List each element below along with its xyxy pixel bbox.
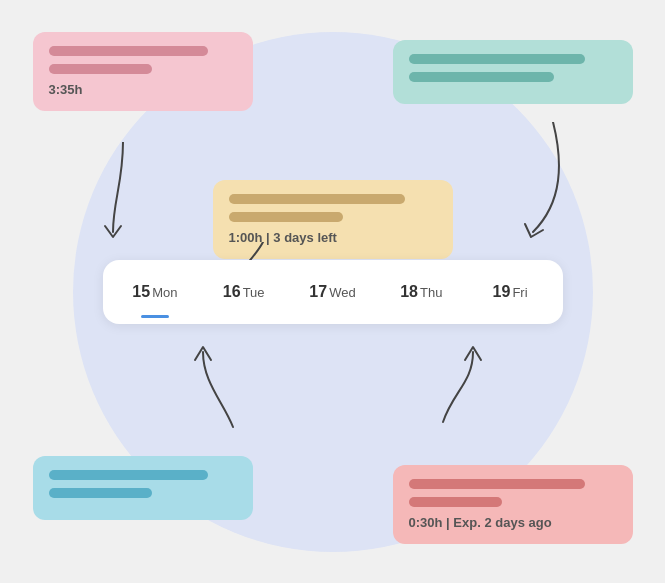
active-indicator (141, 315, 169, 318)
card-teal (393, 40, 633, 104)
cal-day-tue-number: 16 (223, 283, 241, 301)
card-red-line1 (409, 479, 586, 489)
cal-day-mon-name: Mon (152, 285, 177, 300)
card-blue-line2 (49, 488, 152, 498)
cal-day-mon[interactable]: 15 Mon (111, 260, 200, 324)
card-pink: 3:35h (33, 32, 253, 111)
card-blue (33, 456, 253, 520)
arrow-calendar-to-red (413, 342, 513, 452)
arrow-calendar-to-blue (183, 342, 263, 442)
card-red-line2 (409, 497, 503, 507)
cal-day-fri-name: Fri (512, 285, 527, 300)
scene: 3:35h 1:00h | 3 days left 0:30h | Exp. 2… (23, 12, 643, 572)
card-pink-label: 3:35h (49, 82, 237, 97)
card-teal-line1 (409, 54, 586, 64)
arrow-pink-to-calendar (93, 142, 153, 242)
cal-day-thu-name: Thu (420, 285, 442, 300)
card-red-label: 0:30h | Exp. 2 days ago (409, 515, 617, 530)
cal-day-tue-name: Tue (243, 285, 265, 300)
cal-day-fri-number: 19 (493, 283, 511, 301)
card-yellow-line2 (229, 212, 343, 222)
cal-day-thu-number: 18 (400, 283, 418, 301)
card-teal-line2 (409, 72, 555, 82)
calendar-strip: 15 Mon 16 Tue 17 Wed 18 Thu 19 (103, 260, 563, 324)
cal-day-wed-number: 17 (309, 283, 327, 301)
cal-day-fri[interactable]: 19 Fri (466, 260, 555, 324)
card-yellow-line1 (229, 194, 406, 204)
cal-day-wed-name: Wed (329, 285, 356, 300)
cal-day-wed[interactable]: 17 Wed (288, 260, 377, 324)
card-pink-line2 (49, 64, 152, 74)
cal-day-tue[interactable]: 16 Tue (199, 260, 288, 324)
card-blue-line1 (49, 470, 209, 480)
cal-day-thu[interactable]: 18 Thu (377, 260, 466, 324)
cal-day-mon-number: 15 (132, 283, 150, 301)
card-pink-line1 (49, 46, 209, 56)
arrow-teal-to-calendar (503, 122, 583, 252)
card-red: 0:30h | Exp. 2 days ago (393, 465, 633, 544)
